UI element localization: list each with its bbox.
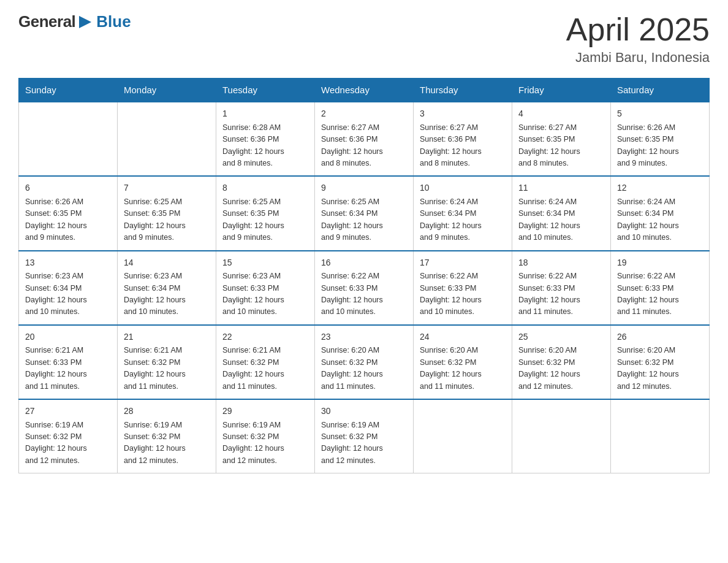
day-number: 6: [25, 182, 111, 195]
logo-blue-text: Blue: [96, 12, 131, 31]
calendar-cell: 27Sunrise: 6:19 AM Sunset: 6:32 PM Dayli…: [19, 399, 118, 473]
day-number: 17: [420, 256, 506, 270]
calendar-cell: 16Sunrise: 6:22 AM Sunset: 6:33 PM Dayli…: [315, 251, 414, 325]
day-info: Sunrise: 6:20 AM Sunset: 6:32 PM Dayligh…: [420, 345, 506, 393]
day-number: 24: [420, 331, 506, 344]
day-number: 13: [25, 256, 111, 270]
calendar-cell: 30Sunrise: 6:19 AM Sunset: 6:32 PM Dayli…: [315, 399, 414, 473]
calendar-cell: 11Sunrise: 6:24 AM Sunset: 6:34 PM Dayli…: [512, 176, 611, 250]
calendar-cell: [512, 399, 611, 473]
calendar-title: April 2025: [566, 12, 710, 47]
day-info: Sunrise: 6:24 AM Sunset: 6:34 PM Dayligh…: [518, 196, 604, 244]
calendar-cell: 26Sunrise: 6:20 AM Sunset: 6:32 PM Dayli…: [611, 325, 710, 399]
calendar-table: SundayMondayTuesdayWednesdayThursdayFrid…: [18, 78, 710, 473]
day-number: 3: [420, 107, 506, 121]
calendar-cell: [19, 102, 118, 176]
title-block: April 2025 Jambi Baru, Indonesia: [566, 12, 710, 66]
calendar-cell: 8Sunrise: 6:25 AM Sunset: 6:35 PM Daylig…: [216, 176, 315, 250]
day-number: 19: [617, 256, 703, 270]
calendar-cell: 1Sunrise: 6:28 AM Sunset: 6:36 PM Daylig…: [216, 102, 315, 176]
day-info: Sunrise: 6:20 AM Sunset: 6:32 PM Dayligh…: [321, 345, 407, 393]
calendar-week-row: 1Sunrise: 6:28 AM Sunset: 6:36 PM Daylig…: [19, 102, 710, 176]
day-info: Sunrise: 6:21 AM Sunset: 6:33 PM Dayligh…: [25, 345, 111, 393]
day-number: 25: [518, 331, 604, 344]
day-number: 9: [321, 182, 407, 195]
day-number: 30: [321, 405, 407, 418]
day-number: 18: [518, 256, 604, 270]
day-number: 21: [124, 331, 210, 344]
day-info: Sunrise: 6:25 AM Sunset: 6:35 PM Dayligh…: [124, 196, 210, 244]
day-info: Sunrise: 6:23 AM Sunset: 6:34 PM Dayligh…: [124, 270, 210, 318]
day-number: 8: [222, 182, 308, 195]
day-info: Sunrise: 6:28 AM Sunset: 6:36 PM Dayligh…: [222, 122, 308, 170]
logo-flag-icon: [77, 13, 94, 31]
calendar-cell: 14Sunrise: 6:23 AM Sunset: 6:34 PM Dayli…: [118, 251, 216, 325]
calendar-cell: 28Sunrise: 6:19 AM Sunset: 6:32 PM Dayli…: [118, 399, 216, 473]
day-number: 1: [222, 107, 308, 121]
day-info: Sunrise: 6:26 AM Sunset: 6:35 PM Dayligh…: [25, 196, 111, 244]
calendar-cell: 4Sunrise: 6:27 AM Sunset: 6:35 PM Daylig…: [512, 102, 611, 176]
day-info: Sunrise: 6:19 AM Sunset: 6:32 PM Dayligh…: [321, 419, 407, 467]
day-number: 20: [25, 331, 111, 344]
header-day-monday: Monday: [118, 79, 216, 102]
day-number: 4: [518, 107, 604, 121]
day-info: Sunrise: 6:22 AM Sunset: 6:33 PM Dayligh…: [420, 270, 506, 318]
calendar-subtitle: Jambi Baru, Indonesia: [566, 50, 710, 66]
calendar-cell: 2Sunrise: 6:27 AM Sunset: 6:36 PM Daylig…: [315, 102, 414, 176]
calendar-cell: 7Sunrise: 6:25 AM Sunset: 6:35 PM Daylig…: [118, 176, 216, 250]
calendar-cell: 21Sunrise: 6:21 AM Sunset: 6:32 PM Dayli…: [118, 325, 216, 399]
calendar-cell: 18Sunrise: 6:22 AM Sunset: 6:33 PM Dayli…: [512, 251, 611, 325]
calendar-cell: 22Sunrise: 6:21 AM Sunset: 6:32 PM Dayli…: [216, 325, 315, 399]
day-number: 7: [124, 182, 210, 195]
day-info: Sunrise: 6:27 AM Sunset: 6:36 PM Dayligh…: [321, 122, 407, 170]
day-info: Sunrise: 6:22 AM Sunset: 6:33 PM Dayligh…: [617, 270, 703, 318]
calendar-cell: 24Sunrise: 6:20 AM Sunset: 6:32 PM Dayli…: [414, 325, 512, 399]
calendar-cell: [414, 399, 512, 473]
calendar-cell: 23Sunrise: 6:20 AM Sunset: 6:32 PM Dayli…: [315, 325, 414, 399]
day-number: 14: [124, 256, 210, 270]
calendar-header-row: SundayMondayTuesdayWednesdayThursdayFrid…: [19, 79, 710, 102]
day-number: 5: [617, 107, 703, 121]
day-info: Sunrise: 6:23 AM Sunset: 6:34 PM Dayligh…: [25, 270, 111, 318]
calendar-cell: 3Sunrise: 6:27 AM Sunset: 6:36 PM Daylig…: [414, 102, 512, 176]
calendar-cell: 15Sunrise: 6:23 AM Sunset: 6:33 PM Dayli…: [216, 251, 315, 325]
logo: General Blue: [18, 12, 131, 31]
calendar-cell: 9Sunrise: 6:25 AM Sunset: 6:34 PM Daylig…: [315, 176, 414, 250]
day-number: 28: [124, 405, 210, 418]
calendar-cell: [118, 102, 216, 176]
header-day-tuesday: Tuesday: [216, 79, 315, 102]
calendar-cell: 6Sunrise: 6:26 AM Sunset: 6:35 PM Daylig…: [19, 176, 118, 250]
day-number: 11: [518, 182, 604, 195]
header-day-friday: Friday: [512, 79, 611, 102]
day-info: Sunrise: 6:22 AM Sunset: 6:33 PM Dayligh…: [321, 270, 407, 318]
calendar-cell: 17Sunrise: 6:22 AM Sunset: 6:33 PM Dayli…: [414, 251, 512, 325]
day-info: Sunrise: 6:25 AM Sunset: 6:35 PM Dayligh…: [222, 196, 308, 244]
day-info: Sunrise: 6:19 AM Sunset: 6:32 PM Dayligh…: [124, 419, 210, 467]
day-number: 29: [222, 405, 308, 418]
day-number: 26: [617, 331, 703, 344]
day-number: 10: [420, 182, 506, 195]
day-info: Sunrise: 6:26 AM Sunset: 6:35 PM Dayligh…: [617, 122, 703, 170]
calendar-cell: 25Sunrise: 6:20 AM Sunset: 6:32 PM Dayli…: [512, 325, 611, 399]
header-day-wednesday: Wednesday: [315, 79, 414, 102]
calendar-week-row: 6Sunrise: 6:26 AM Sunset: 6:35 PM Daylig…: [19, 176, 710, 250]
calendar-cell: 10Sunrise: 6:24 AM Sunset: 6:34 PM Dayli…: [414, 176, 512, 250]
header-day-sunday: Sunday: [19, 79, 118, 102]
calendar-cell: 29Sunrise: 6:19 AM Sunset: 6:32 PM Dayli…: [216, 399, 315, 473]
logo-general-text: General: [18, 12, 75, 31]
day-number: 12: [617, 182, 703, 195]
day-info: Sunrise: 6:22 AM Sunset: 6:33 PM Dayligh…: [518, 270, 604, 318]
day-info: Sunrise: 6:25 AM Sunset: 6:34 PM Dayligh…: [321, 196, 407, 244]
calendar-cell: 19Sunrise: 6:22 AM Sunset: 6:33 PM Dayli…: [611, 251, 710, 325]
day-info: Sunrise: 6:20 AM Sunset: 6:32 PM Dayligh…: [617, 345, 703, 393]
day-info: Sunrise: 6:24 AM Sunset: 6:34 PM Dayligh…: [420, 196, 506, 244]
day-info: Sunrise: 6:20 AM Sunset: 6:32 PM Dayligh…: [518, 345, 604, 393]
day-info: Sunrise: 6:19 AM Sunset: 6:32 PM Dayligh…: [25, 419, 111, 467]
calendar-week-row: 20Sunrise: 6:21 AM Sunset: 6:33 PM Dayli…: [19, 325, 710, 399]
day-number: 16: [321, 256, 407, 270]
page-header: General Blue April 2025 Jambi Baru, Indo…: [18, 12, 710, 66]
day-info: Sunrise: 6:21 AM Sunset: 6:32 PM Dayligh…: [124, 345, 210, 393]
day-number: 27: [25, 405, 111, 418]
calendar-cell: [611, 399, 710, 473]
calendar-cell: 12Sunrise: 6:24 AM Sunset: 6:34 PM Dayli…: [611, 176, 710, 250]
